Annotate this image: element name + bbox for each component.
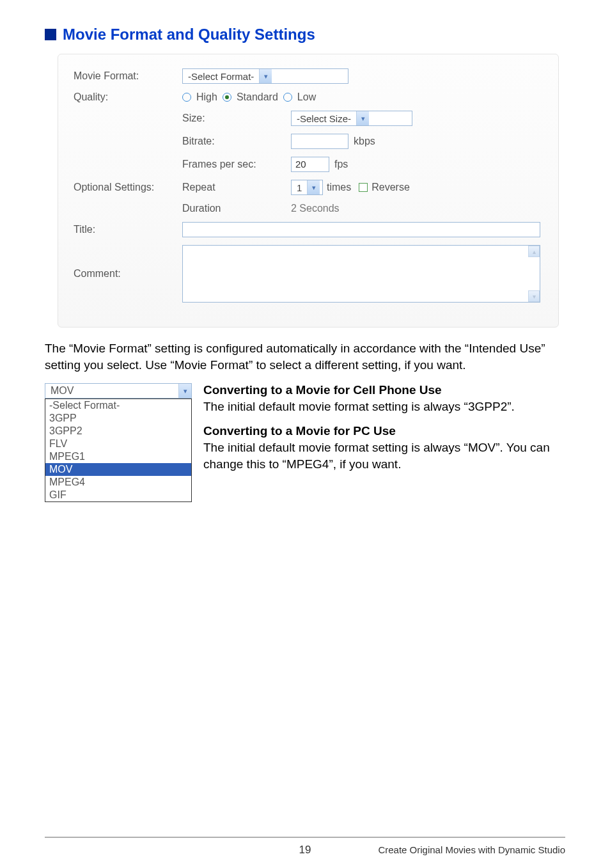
settings-panel: Movie Format: -Select Format- ▾ Quality:… <box>58 54 559 327</box>
format-option[interactable]: 3GPP2 <box>45 425 191 438</box>
pc-body: The initial default movie format setting… <box>203 439 565 472</box>
chevron-down-icon: ▾ <box>356 111 369 125</box>
format-option[interactable]: MPEG1 <box>45 450 191 463</box>
cell-phone-heading: Converting to a Movie for Cell Phone Use <box>203 383 565 397</box>
format-dropdown-value: MOV <box>45 385 178 397</box>
quality-standard-radio[interactable] <box>223 93 231 102</box>
bitrate-label: Bitrate: <box>182 136 291 147</box>
duration-value: 2 Seconds <box>291 203 340 214</box>
format-option[interactable]: 3GPP <box>45 412 191 425</box>
duration-label: Duration <box>182 203 291 214</box>
chevron-down-icon: ▾ <box>259 69 272 83</box>
size-select[interactable]: -Select Size- ▾ <box>291 111 412 126</box>
fps-label: Frames per sec: <box>182 159 291 170</box>
scroll-down-icon[interactable]: ▾ <box>528 290 540 302</box>
quality-high-label: High <box>196 91 217 103</box>
comment-textarea[interactable]: ▴ ▾ <box>182 245 540 303</box>
format-option[interactable]: MPEG4 <box>45 476 191 489</box>
quality-high-radio[interactable] <box>182 93 191 102</box>
cell-phone-body: The initial default movie format setting… <box>203 398 565 415</box>
fps-input[interactable]: 20 <box>291 157 329 172</box>
movie-format-select[interactable]: -Select Format- ▾ <box>182 68 348 84</box>
title-input[interactable] <box>182 222 540 237</box>
section-heading: Movie Format and Quality Settings <box>45 26 565 43</box>
format-dropdown-closed[interactable]: MOV ▾ <box>45 383 192 398</box>
pc-heading: Converting to a Movie for PC Use <box>203 424 565 438</box>
fps-unit: fps <box>334 159 348 170</box>
quality-low-radio[interactable] <box>283 93 292 102</box>
quality-radio-group: High Standard Low <box>182 91 316 103</box>
chevron-down-icon: ▾ <box>178 384 191 398</box>
quality-standard-label: Standard <box>237 91 278 103</box>
format-option-selected[interactable]: MOV <box>45 463 191 476</box>
repeat-value: 1 <box>292 182 307 193</box>
reverse-checkbox[interactable] <box>359 183 368 192</box>
times-label: times <box>327 182 351 193</box>
format-option[interactable]: GIF <box>45 489 191 501</box>
section-title: Movie Format and Quality Settings <box>63 26 315 43</box>
comment-label: Comment: <box>74 268 182 280</box>
bullet-square-icon <box>45 29 56 40</box>
optional-settings-label: Optional Settings: <box>74 182 182 193</box>
paragraph-intro: The “Movie Format” setting is configured… <box>45 340 565 373</box>
bitrate-unit: kbps <box>354 136 375 147</box>
bitrate-input[interactable] <box>291 134 348 149</box>
footer-title: Create Original Movies with Dynamic Stud… <box>378 844 565 855</box>
quality-low-label: Low <box>297 91 316 103</box>
quality-label: Quality: <box>74 91 182 103</box>
size-label: Size: <box>182 113 291 124</box>
size-value: -Select Size- <box>292 113 356 124</box>
format-option[interactable]: -Select Format- <box>45 399 191 412</box>
movie-format-value: -Select Format- <box>183 71 259 82</box>
title-label: Title: <box>74 224 182 235</box>
format-dropdown-illustration: MOV ▾ -Select Format- 3GPP 3GPP2 FLV MPE… <box>45 383 192 502</box>
page-footer: 19 Create Original Movies with Dynamic S… <box>45 837 565 855</box>
repeat-select[interactable]: 1 ▾ <box>291 180 323 195</box>
format-dropdown-open[interactable]: -Select Format- 3GPP 3GPP2 FLV MPEG1 MOV… <box>45 398 192 502</box>
page-number: 19 <box>299 844 311 856</box>
scroll-up-icon[interactable]: ▴ <box>528 246 540 257</box>
reverse-label: Reverse <box>371 182 410 193</box>
movie-format-label: Movie Format: <box>74 70 182 82</box>
chevron-down-icon: ▾ <box>307 180 320 194</box>
repeat-label: Repeat <box>182 182 291 193</box>
format-option[interactable]: FLV <box>45 438 191 450</box>
